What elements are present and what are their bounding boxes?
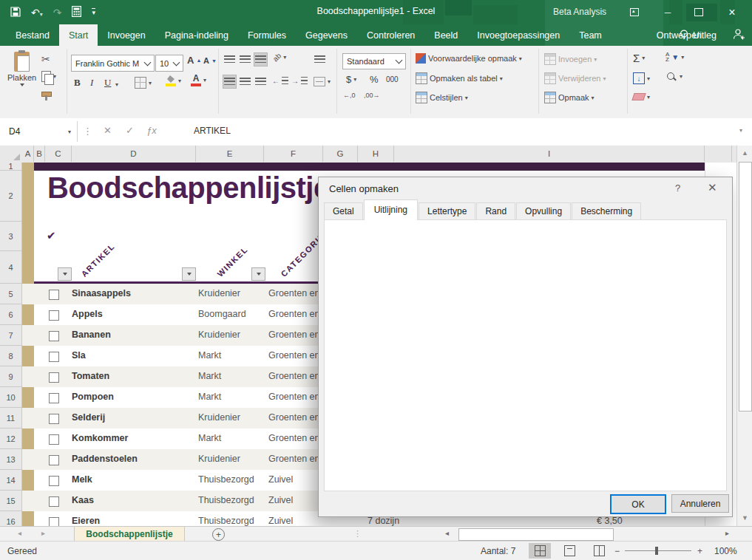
fill-button[interactable]: ↓▾ bbox=[633, 72, 650, 84]
column-header-f[interactable]: F bbox=[264, 146, 323, 162]
tab-start[interactable]: Start bbox=[59, 24, 98, 46]
find-select-button[interactable]: ▾ bbox=[667, 72, 682, 80]
dialog-close-icon[interactable]: ✕ bbox=[708, 181, 717, 194]
copy-button[interactable]: ▾ bbox=[41, 71, 56, 82]
autosum-button[interactable]: Σ▾ bbox=[633, 52, 645, 64]
zoom-out-button[interactable]: − bbox=[614, 546, 620, 556]
row-checkbox[interactable] bbox=[49, 434, 59, 445]
row-checkbox[interactable] bbox=[49, 476, 59, 486]
row-checkbox[interactable] bbox=[49, 310, 59, 321]
thousands-button[interactable]: 000 bbox=[386, 75, 399, 83]
hscroll-right-icon[interactable]: ▸ bbox=[725, 529, 729, 537]
decrease-decimal-button[interactable]: ,00→ bbox=[364, 92, 380, 99]
row-header-1[interactable]: 1 bbox=[0, 163, 22, 171]
filter-dropdown-icon[interactable] bbox=[182, 267, 196, 281]
tab-pagina-indeling[interactable]: Pagina-indeling bbox=[155, 24, 238, 46]
save-icon[interactable] bbox=[10, 7, 21, 18]
column-header-e[interactable]: E bbox=[196, 146, 264, 162]
row-header-8[interactable]: 8 bbox=[0, 346, 22, 366]
format-as-table-button[interactable]: Opmaken als tabel▾ bbox=[416, 72, 503, 84]
ok-button[interactable]: OK bbox=[610, 494, 666, 514]
merge-center-button[interactable]: ▾ bbox=[314, 77, 331, 86]
tab-bestand[interactable]: Bestand bbox=[6, 24, 59, 46]
column-header-b[interactable]: B bbox=[34, 146, 45, 162]
column-header-i[interactable]: I bbox=[394, 146, 705, 162]
clear-button[interactable]: ▾ bbox=[633, 93, 650, 100]
row-checkbox[interactable] bbox=[49, 372, 59, 383]
row-header-2[interactable]: 2 bbox=[0, 171, 22, 222]
dialog-tab-lettertype[interactable]: Lettertype bbox=[419, 202, 475, 220]
redo-icon[interactable]: ↷ bbox=[53, 7, 62, 18]
close-button[interactable]: × bbox=[717, 0, 747, 24]
dialog-help-icon[interactable]: ? bbox=[675, 182, 680, 194]
increase-decimal-button[interactable]: ←,0 bbox=[343, 92, 356, 99]
column-header-h[interactable]: H bbox=[358, 146, 394, 162]
hscroll-thumb[interactable] bbox=[458, 528, 614, 541]
zoom-slider-thumb[interactable] bbox=[655, 547, 658, 555]
row-checkbox[interactable] bbox=[49, 455, 59, 465]
row-header-5[interactable]: 5 bbox=[0, 284, 22, 304]
align-center-button[interactable] bbox=[239, 75, 251, 88]
align-middle-button[interactable] bbox=[239, 53, 251, 66]
row-header-3[interactable]: 3 bbox=[0, 222, 22, 251]
bold-button[interactable]: B bbox=[74, 77, 81, 89]
column-header-g[interactable]: G bbox=[323, 146, 358, 162]
tab-ontwerpen[interactable]: Ontwerpen bbox=[647, 24, 711, 46]
enter-formula-icon[interactable]: ✓ bbox=[126, 125, 134, 136]
tab-formules[interactable]: Formules bbox=[238, 24, 296, 46]
tab-splitter[interactable]: ⋮ bbox=[353, 529, 362, 539]
dialog-tab-rand[interactable]: Rand bbox=[476, 202, 515, 220]
column-header-c[interactable]: C bbox=[45, 146, 72, 162]
row-header-4[interactable]: 4 bbox=[0, 251, 22, 284]
insert-function-icon[interactable]: ƒx bbox=[146, 125, 157, 136]
underline-button[interactable]: U bbox=[104, 77, 111, 89]
dialog-tab-uitlijning[interactable]: Uitlijning bbox=[364, 199, 418, 220]
vscroll-down-icon[interactable]: ▼ bbox=[742, 514, 748, 522]
name-box[interactable]: D4 ▾ bbox=[0, 121, 78, 142]
select-all-corner[interactable] bbox=[0, 146, 23, 163]
align-top-button[interactable] bbox=[223, 53, 236, 66]
borders-button[interactable]: ▾ bbox=[135, 77, 152, 89]
minimize-button[interactable]: ─ bbox=[653, 0, 682, 24]
orientation-button[interactable]: ab▾ bbox=[273, 53, 286, 61]
tab-invoegen[interactable]: Invoegen bbox=[98, 24, 155, 46]
underline-dropdown-icon[interactable]: ▾ bbox=[115, 81, 118, 88]
expand-formula-bar-icon[interactable]: ▾ bbox=[739, 127, 742, 134]
insert-cells-button[interactable]: Invoegen▾ bbox=[544, 53, 597, 65]
delete-cells-button[interactable]: Verwijderen▾ bbox=[544, 72, 606, 84]
format-painter-button[interactable] bbox=[41, 92, 52, 97]
currency-button[interactable]: $▾ bbox=[346, 74, 356, 85]
row-checkbox[interactable] bbox=[49, 517, 59, 526]
column-header[interactable] bbox=[705, 146, 732, 162]
number-format-combo[interactable]: Standaard bbox=[342, 53, 406, 69]
percent-button[interactable]: % bbox=[370, 74, 379, 85]
customize-qat-icon[interactable]: ▾ bbox=[92, 8, 95, 16]
paste-button[interactable]: Plakken bbox=[7, 52, 36, 86]
ribbon-display-options-icon[interactable]: ▴ bbox=[620, 0, 649, 24]
row-checkbox[interactable] bbox=[49, 393, 59, 403]
increase-font-button[interactable]: A▲ bbox=[187, 55, 201, 66]
row-header-11[interactable]: 11 bbox=[0, 408, 22, 428]
row-header-14[interactable]: 14 bbox=[0, 470, 22, 491]
vscroll-up-icon[interactable]: ▲ bbox=[742, 149, 748, 157]
fill-color-button[interactable]: ▾ bbox=[166, 75, 181, 86]
dialog-tab-bescherming[interactable]: Bescherming bbox=[572, 202, 641, 220]
zoom-slider-track[interactable] bbox=[625, 550, 691, 551]
row-checkbox[interactable] bbox=[49, 290, 59, 300]
vertical-scrollbar[interactable]: ▲ ▼ bbox=[736, 146, 752, 526]
tab-invoegtoepassingen[interactable]: Invoegtoepassingen bbox=[467, 24, 569, 46]
normal-view-button[interactable] bbox=[529, 543, 551, 559]
hscroll-left-icon[interactable]: ◂ bbox=[445, 529, 449, 537]
prev-sheet-icon[interactable]: ◂ bbox=[18, 529, 21, 537]
new-sheet-button[interactable]: + bbox=[212, 528, 225, 541]
row-checkbox[interactable] bbox=[49, 496, 59, 507]
align-right-button[interactable] bbox=[254, 75, 267, 88]
row-checkbox[interactable] bbox=[49, 331, 59, 341]
maximize-button[interactable] bbox=[684, 0, 714, 24]
tab-controleren[interactable]: Controleren bbox=[357, 24, 424, 46]
font-size-combo[interactable]: 10 bbox=[155, 55, 183, 72]
row-header-9[interactable]: 9 bbox=[0, 366, 22, 387]
column-header-d[interactable]: D bbox=[72, 146, 196, 162]
row-checkbox[interactable] bbox=[49, 352, 59, 362]
cancel-button[interactable]: Annuleren bbox=[671, 494, 729, 513]
